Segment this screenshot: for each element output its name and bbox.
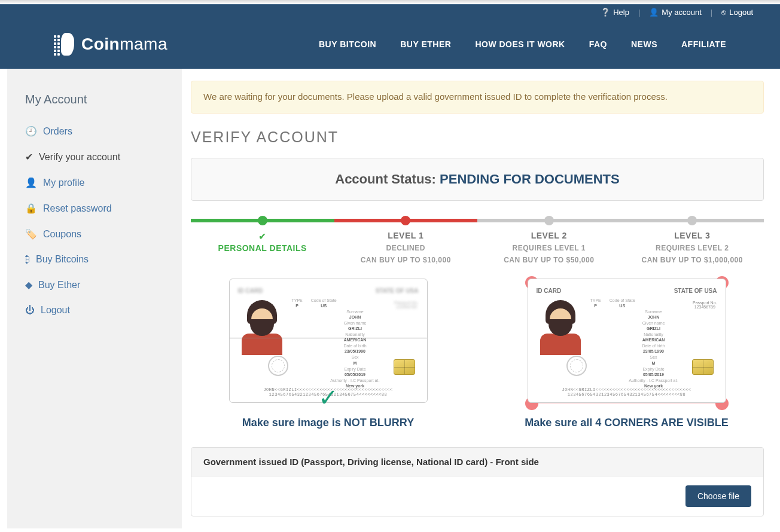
bitcoin-icon: ₿ — [25, 254, 30, 265]
step-level1-limit: CAN BUY UP TO $10,000 — [352, 256, 459, 264]
my-account-link[interactable]: 👤My account — [640, 8, 710, 17]
upload-panel: Government issued ID (Passport, Driving … — [191, 447, 764, 516]
nav-news[interactable]: NEWS — [631, 39, 657, 49]
step-level2-limit: CAN BUY UP TO $50,000 — [495, 256, 603, 264]
progress-track: ✔ PERSONAL DETAILS LEVEL 1 DECLINED CAN … — [191, 219, 764, 222]
status-label: Account Status: — [335, 172, 440, 186]
page-title: VERIFY ACCOUNT — [191, 129, 764, 146]
lock-icon: 🔒 — [25, 203, 37, 214]
example-caption-corners: Make sure all 4 CORNERS ARE VISIBLE — [489, 417, 764, 429]
step-level3-status: REQUIRES LEVEL 2 — [638, 244, 746, 252]
progress-dot-personal — [258, 216, 267, 225]
nav-faq[interactable]: FAQ — [589, 39, 607, 49]
main-header: Coinmama BUY BITCOIN BUY ETHER HOW DOES … — [0, 20, 780, 69]
sidebar-item-orders[interactable]: 🕘Orders — [25, 126, 72, 137]
sidebar-item-logout[interactable]: ⏻Logout — [25, 305, 70, 316]
status-panel: Account Status: PENDING FOR DOCUMENTS — [191, 158, 764, 201]
step-personal-label: PERSONAL DETAILS — [209, 243, 316, 253]
progress-dot-level2 — [544, 216, 554, 225]
utility-bar: ❔Help | 👤My account | ⎋Logout — [0, 4, 780, 20]
nav-affiliate[interactable]: AFFILIATE — [681, 39, 726, 49]
nav-buy-bitcoin[interactable]: BUY BITCOIN — [319, 39, 376, 49]
logo[interactable]: Coinmama — [54, 32, 167, 57]
choose-file-button[interactable]: Choose file — [685, 485, 751, 507]
sidebar-item-buy-bitcoins[interactable]: ₿Buy Bitcoins — [25, 254, 89, 265]
logout-icon: ⎋ — [721, 8, 726, 17]
user-icon: 👤 — [25, 177, 37, 188]
status-value: PENDING FOR DOCUMENTS — [440, 172, 620, 186]
sidebar: My Account 🕘Orders ✔Verify your account … — [7, 69, 182, 528]
help-link[interactable]: ❔Help — [592, 8, 638, 17]
id-card-sample-corners: ID CARDSTATE OF USA Passport No.12345678… — [528, 279, 726, 403]
logo-icon — [54, 32, 75, 57]
alert-banner: We are waiting for your documents. Pleas… — [191, 81, 764, 114]
example-blur: ✕ ID CARDSTATE OF USA Passport No.123456… — [191, 276, 465, 429]
nav-how-it-works[interactable]: HOW DOES IT WORK — [475, 39, 565, 49]
progress-dot-level3 — [687, 216, 697, 225]
avatar — [238, 298, 286, 355]
tags-icon: 🏷️ — [25, 228, 37, 240]
main-content: We are waiting for your documents. Pleas… — [182, 69, 773, 528]
user-icon: 👤 — [649, 8, 659, 17]
sidebar-item-verify[interactable]: ✔Verify your account — [25, 151, 120, 163]
check-circle-icon: ✔ — [209, 231, 316, 242]
avatar — [537, 298, 584, 355]
check-icon: ✔ — [25, 151, 33, 163]
sidebar-item-profile[interactable]: 👤My profile — [25, 177, 84, 188]
step-level2-label: LEVEL 2 — [495, 231, 603, 240]
step-level2-status: REQUIRES LEVEL 1 — [495, 244, 603, 252]
main-nav: BUY BITCOIN BUY ETHER HOW DOES IT WORK F… — [319, 39, 726, 49]
example-corners: ID CARDSTATE OF USA Passport No.12345678… — [489, 276, 764, 429]
sidebar-item-buy-ether[interactable]: ◆Buy Ether — [25, 279, 80, 291]
progress-dot-level1 — [401, 216, 410, 225]
step-level3-limit: CAN BUY UP TO $1,000,000 — [638, 256, 746, 264]
clock-icon: 🕘 — [25, 126, 37, 137]
logout-link[interactable]: ⎋Logout — [712, 8, 762, 17]
check-mark-icon: ✓ — [318, 384, 339, 411]
logo-text: Coinmama — [81, 35, 167, 54]
power-icon: ⏻ — [25, 305, 35, 316]
example-caption-blur: Make sure image is NOT BLURRY — [191, 417, 465, 429]
nav-buy-ether[interactable]: BUY ETHER — [400, 39, 451, 49]
sidebar-item-coupons[interactable]: 🏷️Coupons — [25, 228, 81, 240]
help-icon: ❔ — [601, 8, 610, 17]
step-level3-label: LEVEL 3 — [638, 231, 746, 240]
step-level1-label: LEVEL 1 — [352, 231, 459, 240]
sidebar-title: My Account — [25, 93, 164, 106]
ether-icon: ◆ — [25, 279, 32, 291]
upload-panel-title: Government issued ID (Passport, Driving … — [191, 448, 763, 476]
sidebar-item-reset-password[interactable]: 🔒Reset password — [25, 203, 112, 214]
step-level1-status: DECLINED — [352, 244, 459, 252]
